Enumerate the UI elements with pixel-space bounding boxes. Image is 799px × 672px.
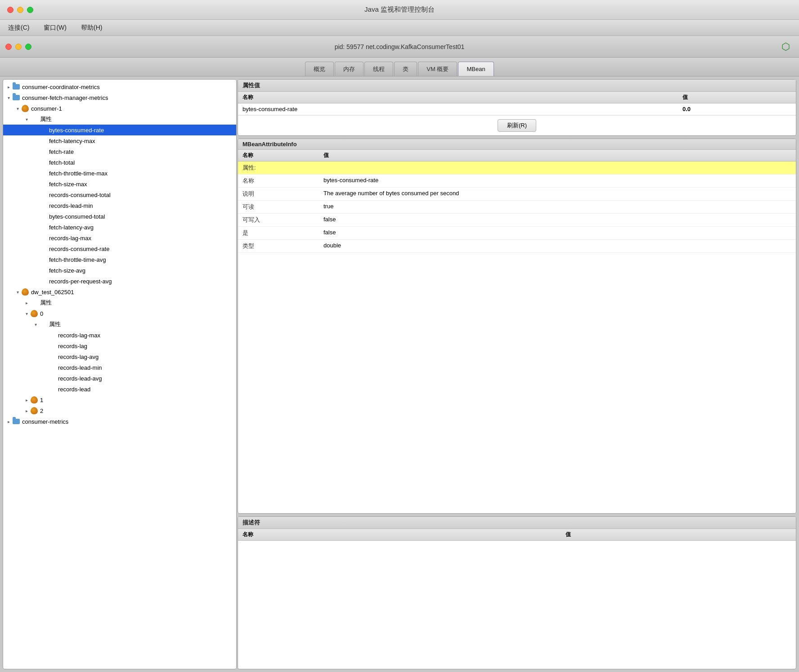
tree-item-records-lead-min[interactable]: records-lead-min [3,200,236,211]
descriptor-title: 描述符 [238,517,796,529]
tree-item-records-lag-avg[interactable]: records-lag-avg [3,351,236,362]
table-row: bytes-consumed-rate 0.0 [238,103,796,115]
attr-col-name: 名称 [238,92,678,103]
tree-item-dw-test[interactable]: dw_test_062501 [3,287,236,297]
menu-window[interactable]: 窗口(W) [41,22,69,34]
tree-item-node-0[interactable]: 0 [3,308,236,319]
tree-item-records-lead[interactable]: records-lead [3,384,236,394]
info-name-cell: 类型 [238,240,319,253]
tab-overview[interactable]: 概览 [305,62,334,76]
folder-icon [12,94,20,102]
minimize-button[interactable] [17,7,23,13]
tree-item-attr-group-3[interactable]: 属性 [3,319,236,330]
tree-item-fetch-latency-max[interactable]: fetch-latency-max [3,135,236,146]
refresh-button[interactable]: 刷新(R) [498,119,536,132]
arrow-icon [23,407,30,414]
info-value-cell: false [319,227,796,240]
tree-item-records-lead-avg[interactable]: records-lead-avg [3,373,236,384]
table-row: 名称 bytes-consumed-rate [238,175,796,188]
table-row: 是 false [238,227,796,240]
tree-item-fetch-rate[interactable]: fetch-rate [3,146,236,157]
network-icon: ⬡ [779,40,792,53]
attr-icon [30,115,38,123]
bean-icon [30,396,38,404]
arrow-icon [23,396,30,403]
info-name-cell: 可写入 [238,214,319,227]
arrow-icon [14,288,21,296]
menu-help[interactable]: 帮助(H) [78,22,105,34]
tree-item-fetch-total[interactable]: fetch-total [3,157,236,168]
left-panel: consumer-coordinator-metrics consumer-fe… [3,79,237,669]
info-name-cell: 可读 [238,201,319,214]
tree-item-fetch-size-max[interactable]: fetch-size-max [3,179,236,189]
info-col-name: 名称 [238,150,319,161]
table-row: 说明 The average number of bytes consumed … [238,188,796,201]
tree-item-records-lead-min-2[interactable]: records-lead-min [3,362,236,373]
desc-col-value: 值 [561,529,796,541]
tree-item-records-consumed-total[interactable]: records-consumed-total [3,189,236,200]
mbean-info-title: MBeanAttributeInfo [238,139,796,150]
window-title: Java 监视和管理控制台 [364,5,435,14]
table-row: 类型 double [238,240,796,253]
secondary-close-button[interactable] [5,44,12,50]
maximize-button[interactable] [27,7,33,13]
tree-item-consumer-1[interactable]: consumer-1 [3,103,236,114]
tree-item-fetch-throttle-time-max[interactable]: fetch-throttle-time-max [3,168,236,179]
arrow-icon [5,94,12,101]
tree-item-bytes-consumed-total[interactable]: bytes-consumed-total [3,211,236,222]
table-row: 可读 true [238,201,796,214]
info-value-cell: double [319,240,796,253]
tree-item-records-per-request-avg[interactable]: records-per-request-avg [3,276,236,287]
tree-item-consumer-coordinator-metrics[interactable]: consumer-coordinator-metrics [3,81,236,92]
info-name-cell: 是 [238,227,319,240]
tab-classes[interactable]: 类 [394,62,417,76]
tree-container[interactable]: consumer-coordinator-metrics consumer-fe… [3,80,236,669]
secondary-title-bar: pid: 59577 net.codingw.KafkaConsumerTest… [0,36,799,58]
info-value-cell: false [319,214,796,227]
tree-item-fetch-throttle-time-avg[interactable]: fetch-throttle-time-avg [3,254,236,265]
tabs-bar: 概览 内存 线程 类 VM 概要 MBean [0,58,799,76]
tab-mbean[interactable]: MBean [458,62,494,76]
arrow-icon [5,83,12,90]
tree-item-fetch-latency-avg[interactable]: fetch-latency-avg [3,222,236,233]
title-bar: Java 监视和管理控制台 [0,0,799,20]
tree-item-consumer-metrics[interactable]: consumer-metrics [3,416,236,427]
tree-item-node-1[interactable]: 1 [3,394,236,405]
attr-value-title: 属性值 [238,80,796,92]
tab-memory[interactable]: 内存 [335,62,364,76]
tree-item-bytes-consumed-rate[interactable]: bytes-consumed-rate [3,125,236,135]
secondary-maximize-button[interactable] [25,44,31,50]
close-button[interactable] [7,7,13,13]
descriptor-table: 名称 值 [238,529,796,541]
tree-item-node-2[interactable]: 2 [3,405,236,416]
right-panel: 属性值 名称 值 bytes-consumed-rate 0.0 刷新(R) [238,79,796,669]
info-name-cell: 说明 [238,188,319,201]
tree-item-records-lag-max[interactable]: records-lag-max [3,233,236,243]
folder-icon [12,83,20,91]
tree-item-consumer-fetch-manager-metrics[interactable]: consumer-fetch-manager-metrics [3,92,236,103]
tree-item-records-lag[interactable]: records-lag [3,340,236,351]
tab-threads[interactable]: 线程 [364,62,393,76]
secondary-minimize-button[interactable] [15,44,22,50]
info-name-cell: 名称 [238,175,319,188]
menu-connect[interactable]: 连接(C) [5,22,32,34]
attr-value-panel: 属性值 名称 值 bytes-consumed-rate 0.0 刷新(R) [238,79,796,136]
arrow-icon [23,310,30,317]
tree-item-attr-group-1[interactable]: 属性 [3,114,236,125]
refresh-row: 刷新(R) [238,115,796,135]
connection-title: pid: 59577 net.codingw.KafkaConsumerTest… [335,43,465,50]
attr-name-cell: bytes-consumed-rate [238,103,678,115]
tree-item-fetch-size-avg[interactable]: fetch-size-avg [3,265,236,276]
folder-icon [12,417,20,426]
arrow-icon [23,299,30,306]
attr-value-table: 名称 值 bytes-consumed-rate 0.0 [238,92,796,115]
attr-col-value: 值 [678,92,796,103]
mbean-info-panel: MBeanAttributeInfo 名称 值 属性: 名称 bytes-c [238,139,796,514]
tree-item-attr-group-2[interactable]: 属性 [3,297,236,308]
tree-item-records-consumed-rate[interactable]: records-consumed-rate [3,243,236,254]
tree-item-records-lag-max-2[interactable]: records-lag-max [3,330,236,340]
main-content: consumer-coordinator-metrics consumer-fe… [0,76,799,672]
tab-vm-summary[interactable]: VM 概要 [418,62,457,76]
leaf-icon [39,126,47,134]
menu-bar: 连接(C) 窗口(W) 帮助(H) [0,20,799,36]
